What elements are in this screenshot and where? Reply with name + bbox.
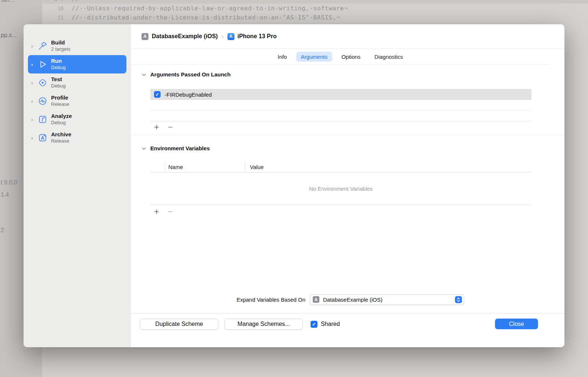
navigator-file-fragment: pp.s... [1, 32, 17, 39]
scheme-actions-sidebar: › Build 2 targets › [24, 24, 131, 347]
expand-variables-popup[interactable]: A DatabaseExample (iOS) [310, 294, 464, 305]
sidebar-item-label: Build [51, 39, 71, 46]
argument-checkbox[interactable]: ✓ [154, 91, 161, 98]
tab-info[interactable]: Info [273, 52, 292, 62]
remove-icon[interactable]: − [168, 207, 173, 217]
app-target-icon: A [313, 296, 319, 303]
sidebar-item-label: Profile [51, 94, 69, 101]
chevron-right-icon[interactable]: › [31, 98, 36, 104]
section-divider [131, 135, 564, 135]
test-icon [38, 78, 47, 87]
chevron-right-icon[interactable]: › [31, 62, 36, 67]
sidebar-item-build[interactable]: › Build 2 targets [28, 37, 126, 55]
argument-value[interactable]: -FIRDebugEnabled [165, 91, 212, 98]
duplicate-scheme-button[interactable]: Duplicate Scheme [140, 319, 218, 330]
chevron-right-icon[interactable]: › [31, 117, 36, 122]
env-empty-placeholder: No Environment Variables [150, 173, 531, 205]
sidebar-item-label: Test [51, 76, 66, 83]
close-icon: × [54, 0, 57, 3]
simulator-icon: A [227, 33, 234, 40]
hammer-icon [38, 41, 47, 51]
sidebar-item-test[interactable]: › Test Debug [28, 73, 126, 92]
chevron-right-icon[interactable]: › [31, 43, 36, 49]
profile-icon [38, 96, 47, 106]
section-title: Environment Variables [150, 145, 210, 151]
code-text: //··Unless·required·by·applicable·law·or… [72, 5, 348, 12]
line-number: 9 [42, 0, 64, 2]
expand-variables-row: Expand Variables Based On A DatabaseExam… [131, 294, 464, 305]
env-column-name: Name [165, 162, 245, 172]
sidebar-item-sublabel: Debug [51, 83, 66, 89]
destination-name[interactable]: iPhone 13 Pro [237, 33, 277, 40]
sidebar-item-sublabel: Debug [51, 65, 66, 71]
tab-arguments[interactable]: Arguments [296, 52, 333, 62]
sidebar-item-label: Analyze [51, 113, 72, 120]
app-target-icon: A [141, 33, 148, 40]
tab-diagnostics[interactable]: Diagnostics [370, 52, 408, 62]
env-section-header: Environment Variables [141, 145, 210, 151]
chevron-down-icon[interactable] [141, 146, 146, 151]
env-table: Name Value No Environment Variables [150, 162, 531, 205]
sidebar-item-archive[interactable]: › Archive Release [28, 129, 126, 147]
sidebar-item-sublabel: Release [51, 101, 69, 108]
chevron-right-icon[interactable]: › [31, 80, 36, 86]
add-icon[interactable]: + [154, 207, 159, 217]
archive-icon [38, 133, 47, 143]
dialog-footer: Duplicate Scheme Manage Schemes... ✓ Sha… [131, 313, 564, 347]
sidebar-item-sublabel: Release [51, 138, 71, 144]
code-line: 11 //··distributed·under·the·License·is·… [42, 13, 588, 22]
shared-toggle[interactable]: ✓ Shared [311, 319, 340, 330]
arguments-add-remove-controls: + − [154, 122, 173, 132]
line-number: 10 [42, 6, 64, 11]
breadcrumb: A DatabaseExample (iOS) › A iPhone 13 Pr… [131, 24, 564, 49]
argument-row[interactable]: ✓ -FIRDebugEnabled [150, 89, 531, 100]
code-line: 9 // [42, 0, 588, 4]
empty-table-row [150, 100, 531, 111]
chevron-down-icon[interactable] [141, 72, 146, 77]
popup-selected-value: DatabaseExample (iOS) [323, 297, 383, 303]
sidebar-item-analyze[interactable]: › Analyze Debug [28, 110, 126, 129]
manage-schemes-button[interactable]: Manage Schemes... [225, 319, 303, 330]
navigator-text-fragment: 1.4 [1, 191, 9, 198]
arguments-section-header: Arguments Passed On Launch [141, 71, 230, 78]
scheme-name[interactable]: DatabaseExample (iOS) [152, 33, 218, 40]
play-icon [38, 60, 47, 69]
navigator-text-fragment: 2 [1, 227, 4, 234]
add-icon[interactable]: + [154, 122, 159, 132]
remove-icon[interactable]: − [168, 122, 173, 132]
close-button[interactable]: Close [495, 319, 538, 329]
popup-stepper-icon[interactable] [455, 296, 462, 303]
code-line: 10 //··Unless·required·by·applicable·law… [42, 4, 588, 13]
expand-variables-label: Expand Variables Based On [237, 297, 305, 303]
scheme-main-pane: A DatabaseExample (iOS) › A iPhone 13 Pr… [131, 24, 564, 347]
env-add-remove-controls: + − [154, 207, 173, 217]
background-tab-title: der... [1, 0, 14, 3]
shared-label: Shared [321, 321, 340, 327]
env-column-value: Value [245, 162, 531, 172]
sidebar-item-label: Archive [51, 131, 71, 138]
chevron-separator-icon: › [222, 32, 224, 40]
section-title: Arguments Passed On Launch [150, 71, 230, 78]
analyze-icon [38, 115, 47, 124]
sidebar-item-profile[interactable]: › Profile Release [28, 92, 126, 110]
sidebar-item-run[interactable]: › Run Debug [28, 55, 126, 73]
empty-table-row [150, 111, 531, 121]
sidebar-item-sublabel: 2 targets [51, 46, 71, 53]
shared-checkbox[interactable]: ✓ [311, 321, 318, 328]
code-text: //··distributed·under·the·License·is·dis… [72, 14, 340, 21]
line-number: 11 [42, 15, 64, 21]
chevron-right-icon[interactable]: › [31, 135, 36, 141]
edit-scheme-dialog: › Build 2 targets › [24, 24, 564, 347]
navigator-text-fragment: t 9.0.0 [1, 179, 17, 186]
sidebar-item-label: Run [51, 58, 66, 65]
env-table-header: Name Value [150, 162, 531, 173]
tab-bar: Info Arguments Options Diagnostics [131, 49, 550, 65]
arguments-table: ✓ -FIRDebugEnabled [150, 89, 531, 121]
tab-options[interactable]: Options [337, 52, 365, 62]
screen: 9 // 10 //··Unless·required·by·applicabl… [0, 0, 588, 377]
sidebar-item-sublabel: Debug [51, 120, 72, 126]
code-text: // [72, 0, 79, 3]
